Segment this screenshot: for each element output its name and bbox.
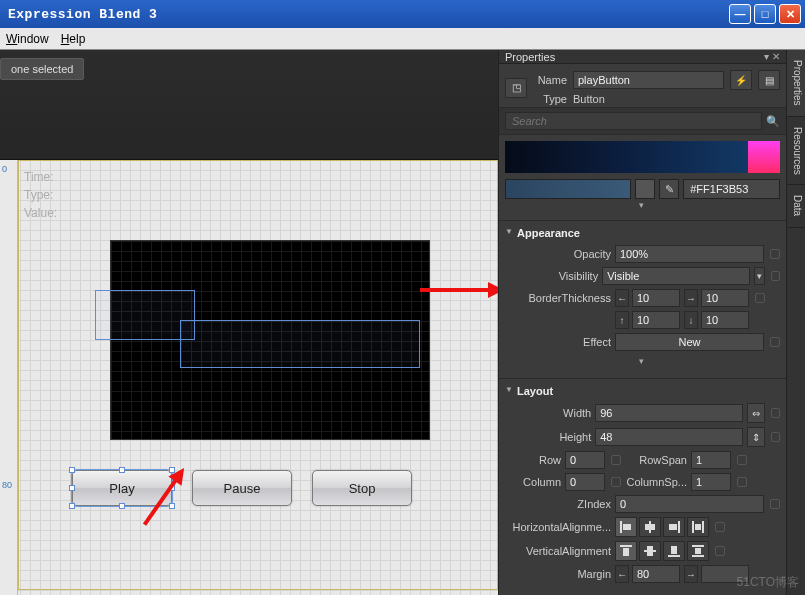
side-tabs: Properties Resources Data <box>786 50 805 595</box>
chevron-down-icon[interactable]: ▾ <box>754 267 765 285</box>
name-input[interactable] <box>573 71 724 89</box>
valign-group <box>615 541 709 561</box>
view-events-icon[interactable]: ⚡ <box>730 70 752 90</box>
prop-marker[interactable] <box>771 408 780 418</box>
visibility-label: Visibility <box>505 270 598 282</box>
bt-right-input[interactable] <box>701 289 749 307</box>
prop-marker[interactable] <box>771 271 780 281</box>
prop-marker[interactable] <box>770 499 780 509</box>
brush-editor: ✎ #FF1F3B53 ▾ <box>499 135 786 220</box>
tab-data[interactable]: Data <box>787 185 805 227</box>
close-button[interactable]: ✕ <box>779 4 801 24</box>
canvas-play-button[interactable]: Play <box>72 470 172 506</box>
search-input[interactable] <box>505 112 762 130</box>
minimize-button[interactable]: — <box>729 4 751 24</box>
rowspan-label: RowSpan <box>625 454 687 466</box>
canvas-button-label: Stop <box>349 481 376 496</box>
eyedropper-icon[interactable]: ✎ <box>659 179 679 199</box>
label-type: Type: <box>24 186 57 204</box>
panel-options-icon[interactable]: ▾ ✕ <box>764 51 780 62</box>
window-titlebar: Expression Blend 3 — □ ✕ <box>0 0 805 28</box>
effect-label: Effect <box>505 336 611 348</box>
bt-bottom-input[interactable] <box>701 311 749 329</box>
design-pane: one selected 0 80 Time: Type: Value: Pla… <box>0 50 498 595</box>
selection-outline <box>180 320 420 368</box>
design-surface[interactable]: 0 80 Time: Type: Value: Play Pause <box>0 160 498 595</box>
section-title[interactable]: Appearance <box>505 225 780 245</box>
svg-rect-1 <box>623 524 631 530</box>
tab-resources[interactable]: Resources <box>787 117 805 186</box>
valign-top-button[interactable] <box>615 541 637 561</box>
prop-marker[interactable] <box>737 455 747 465</box>
svg-rect-0 <box>620 521 622 533</box>
halign-group <box>615 517 709 537</box>
halign-label: HorizontalAlignme... <box>505 521 611 533</box>
bt-left-input[interactable] <box>632 289 680 307</box>
menu-window[interactable]: Window <box>6 32 49 46</box>
zindex-input[interactable] <box>615 495 764 513</box>
prop-marker[interactable] <box>771 432 780 442</box>
visibility-select[interactable] <box>602 267 750 285</box>
type-label: Type <box>533 93 567 105</box>
colspan-label: ColumnSp... <box>625 476 687 488</box>
effect-new-button[interactable]: New <box>615 333 764 351</box>
watermark: 51CTO博客 <box>737 574 799 591</box>
prop-marker[interactable] <box>755 293 765 303</box>
auto-icon[interactable]: ⇔ <box>747 403 765 423</box>
prop-marker[interactable] <box>611 455 621 465</box>
prop-marker[interactable] <box>715 522 725 532</box>
halign-center-button[interactable] <box>639 517 661 537</box>
hex-input[interactable]: #FF1F3B53 <box>683 179 780 199</box>
swatch-btn[interactable] <box>635 179 655 199</box>
valign-bottom-button[interactable] <box>663 541 685 561</box>
auto-icon[interactable]: ⇕ <box>747 427 765 447</box>
expand-icon[interactable]: ▾ <box>505 199 780 214</box>
svg-rect-4 <box>678 521 680 533</box>
svg-rect-7 <box>702 521 704 533</box>
main-area: one selected 0 80 Time: Type: Value: Pla… <box>0 50 805 595</box>
rowspan-input[interactable] <box>691 451 731 469</box>
arrow-up-icon: ↑ <box>615 311 629 329</box>
properties-panel: Properties ▾ ✕ ◳ Name ⚡ ▤ Type Button 🔍 <box>498 50 786 595</box>
prop-marker[interactable] <box>737 477 747 487</box>
prop-marker[interactable] <box>611 477 621 487</box>
maximize-button[interactable]: □ <box>754 4 776 24</box>
margin-left-input[interactable] <box>632 565 680 583</box>
width-input[interactable] <box>595 404 743 422</box>
valign-center-button[interactable] <box>639 541 661 561</box>
gradient-preview[interactable] <box>505 141 780 173</box>
margin-label: Margin <box>505 568 611 580</box>
height-input[interactable] <box>595 428 743 446</box>
type-value: Button <box>573 93 605 105</box>
canvas-stop-button[interactable]: Stop <box>312 470 412 506</box>
search-icon[interactable]: 🔍 <box>766 115 780 128</box>
prop-marker[interactable] <box>770 337 780 347</box>
prop-marker[interactable] <box>770 249 780 259</box>
section-title[interactable]: Layout <box>505 383 780 403</box>
ruler-mark: 0 <box>2 164 7 174</box>
menu-help[interactable]: Help <box>61 32 86 46</box>
halign-left-button[interactable] <box>615 517 637 537</box>
valign-stretch-button[interactable] <box>687 541 709 561</box>
ruler-mark: 80 <box>2 480 12 490</box>
name-label: Name <box>533 74 567 86</box>
halign-right-button[interactable] <box>663 517 685 537</box>
row-input[interactable] <box>565 451 605 469</box>
opacity-input[interactable] <box>615 245 764 263</box>
prop-marker[interactable] <box>715 546 725 556</box>
panel-header: Properties ▾ ✕ <box>499 50 786 64</box>
current-swatch[interactable] <box>505 179 631 199</box>
halign-stretch-button[interactable] <box>687 517 709 537</box>
colspan-input[interactable] <box>691 473 731 491</box>
section-layout: Layout Width ⇔ Height ⇕ Row RowSpan <box>499 378 786 595</box>
canvas-pause-button[interactable]: Pause <box>192 470 292 506</box>
tab-properties[interactable]: Properties <box>787 50 805 117</box>
bt-top-input[interactable] <box>632 311 680 329</box>
search-row: 🔍 <box>499 107 786 135</box>
column-input[interactable] <box>565 473 605 491</box>
expand-icon[interactable]: ▾ <box>505 355 780 370</box>
label-value: Value: <box>24 204 57 222</box>
panel-title: Properties <box>505 51 555 63</box>
svg-rect-12 <box>647 546 653 556</box>
view-props-icon[interactable]: ▤ <box>758 70 780 90</box>
